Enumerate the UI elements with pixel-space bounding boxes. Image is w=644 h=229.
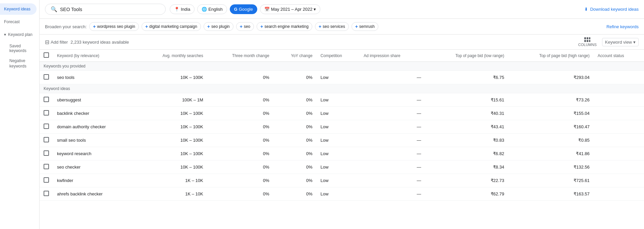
table-cell: — <box>360 174 425 187</box>
broaden-tag-1[interactable]: + digital marketing campaign <box>142 22 201 31</box>
row-checkbox[interactable] <box>44 164 49 169</box>
negative-keywords-label: Negative keywords <box>9 58 26 68</box>
engine-pill[interactable]: G Google <box>230 4 257 14</box>
location-label: India <box>181 7 190 12</box>
table-cell[interactable]: ubersuggest <box>53 93 136 107</box>
download-icon: ⬇ <box>584 7 588 12</box>
table-cell: 100K – 1M <box>136 93 207 107</box>
row-checkbox[interactable] <box>44 191 49 196</box>
table-cell <box>594 161 644 174</box>
table-cell[interactable]: small seo tools <box>53 134 136 147</box>
refine-keywords-button[interactable]: Refine keywords <box>606 24 639 29</box>
table-cell[interactable]: seo checker <box>53 161 136 174</box>
col-account-status[interactable]: Account status <box>594 50 644 62</box>
col-keyword[interactable]: Keyword (by relevance) <box>53 50 136 62</box>
table-cell: — <box>360 187 425 201</box>
broaden-tag-3[interactable]: + seo <box>236 22 254 31</box>
col-bid-low[interactable]: Top of page bid (low range) <box>425 50 508 62</box>
row-checkbox[interactable] <box>44 110 49 116</box>
broaden-tag-5[interactable]: + seo services <box>315 22 349 31</box>
sidebar-item-forecast[interactable]: Forecast <box>0 16 37 28</box>
col-bid-high[interactable]: Top of page bid (high range) <box>508 50 594 62</box>
filter-button[interactable]: ⊟ Add filter <box>45 39 68 45</box>
table-cell[interactable]: keyword research <box>53 147 136 161</box>
header-bar: 🔍 📍 India 🌐 English G Google 📅 May 2021 … <box>40 0 644 19</box>
table-cell: 0% <box>273 161 317 174</box>
table-cell: ₹293.04 <box>508 71 594 84</box>
columns-button[interactable]: COLUMNS <box>578 37 597 47</box>
engine-label: Google <box>239 7 253 12</box>
search-box[interactable]: 🔍 <box>45 4 166 15</box>
table-cell: ₹22.73 <box>425 174 508 187</box>
table-cell: ₹0.85 <box>508 134 594 147</box>
table-cell: — <box>360 93 425 107</box>
row-checkbox[interactable] <box>44 150 49 156</box>
table-cell <box>40 93 53 107</box>
plus-icon: + <box>207 24 210 29</box>
table-cell[interactable]: ahrefs backlink checker <box>53 187 136 201</box>
table-cell: 0% <box>207 107 273 120</box>
plus-icon: + <box>93 24 96 29</box>
sidebar-item-negative-keywords[interactable]: Negative keywords <box>0 56 39 72</box>
broaden-tag-4[interactable]: + search engine marketing <box>257 22 312 31</box>
table-cell[interactable]: backlink checker <box>53 107 136 120</box>
saved-keywords-label: Saved keywords <box>9 44 26 53</box>
table-cell[interactable]: domain authority checker <box>53 120 136 134</box>
plus-icon: + <box>145 24 148 29</box>
table-cell: 0% <box>207 93 273 107</box>
table-cell: 0% <box>207 147 273 161</box>
search-input[interactable] <box>60 7 160 12</box>
table-cell: Low <box>317 147 360 161</box>
table-cell <box>594 134 644 147</box>
col-checkbox <box>40 50 53 62</box>
keyword-table: Keyword (by relevance) Avg. monthly sear… <box>40 50 644 201</box>
broaden-bar: Broaden your search: + wordpress seo plu… <box>40 19 644 35</box>
col-competition[interactable]: Competition <box>317 50 360 62</box>
table-cell: 0% <box>273 147 317 161</box>
broaden-tag-6[interactable]: + semrush <box>352 22 378 31</box>
location-icon: 📍 <box>174 7 179 12</box>
download-label: Download keyword ideas <box>590 7 639 12</box>
row-checkbox[interactable] <box>44 97 49 102</box>
table-row: domain authority checker10K – 100K0%0%Lo… <box>40 120 644 134</box>
row-checkbox[interactable] <box>44 137 49 142</box>
col-ad-impression[interactable]: Ad impression share <box>360 50 425 62</box>
select-all-checkbox[interactable] <box>44 52 49 58</box>
table-cell[interactable]: seo tools <box>53 71 136 84</box>
chevron-down-icon: ▾ <box>633 40 636 45</box>
table-cell <box>40 120 53 134</box>
date-pill[interactable]: 📅 May 2021 – Apr 2022 ▾ <box>260 4 321 14</box>
row-checkbox[interactable] <box>44 124 49 129</box>
broaden-tag-2[interactable]: + seo plugin <box>204 22 233 31</box>
forecast-label: Forecast <box>4 19 20 24</box>
sidebar-item-keyword-ideas[interactable]: Keyword ideas <box>0 3 37 15</box>
row-checkbox[interactable] <box>44 74 49 80</box>
table-cell: Low <box>317 187 360 201</box>
col-yoy[interactable]: YoY change <box>273 50 317 62</box>
sidebar-item-saved-keywords[interactable]: Saved keywords <box>0 41 39 56</box>
table-cell: 1K – 10K <box>136 174 207 187</box>
table-cell: — <box>360 120 425 134</box>
table-row: seo tools10K – 100K0%0%Low—₹6.75₹293.04 <box>40 71 644 84</box>
table-cell: ₹15.61 <box>425 93 508 107</box>
keyword-view-button[interactable]: Keyword view ▾ <box>602 38 639 46</box>
col-three-month[interactable]: Three month change <box>207 50 273 62</box>
date-range-label: May 2021 – Apr 2022 <box>271 7 313 12</box>
table-cell <box>40 161 53 174</box>
table-cell[interactable]: kwfinder <box>53 174 136 187</box>
table-cell: 0% <box>207 120 273 134</box>
keyword-plan-label: Keyword plan <box>8 32 33 37</box>
col-avg-monthly[interactable]: Avg. monthly searches <box>136 50 207 62</box>
language-pill[interactable]: 🌐 English <box>197 4 227 14</box>
table-cell: ₹73.26 <box>508 93 594 107</box>
table-cell: 10K – 100K <box>136 147 207 161</box>
location-pill[interactable]: 📍 India <box>170 4 195 14</box>
table-cell: 0% <box>207 187 273 201</box>
columns-icon <box>584 37 590 42</box>
broaden-tag-0[interactable]: + wordpress seo plugin <box>89 22 139 31</box>
sidebar-item-keyword-plan[interactable]: ▾ Keyword plan <box>0 29 37 40</box>
row-checkbox[interactable] <box>44 177 49 183</box>
download-button[interactable]: ⬇ Download keyword ideas <box>584 7 639 12</box>
table-row: ahrefs backlink checker1K – 10K0%0%Low—₹… <box>40 187 644 201</box>
broaden-tag-label-5: seo services <box>323 24 345 29</box>
